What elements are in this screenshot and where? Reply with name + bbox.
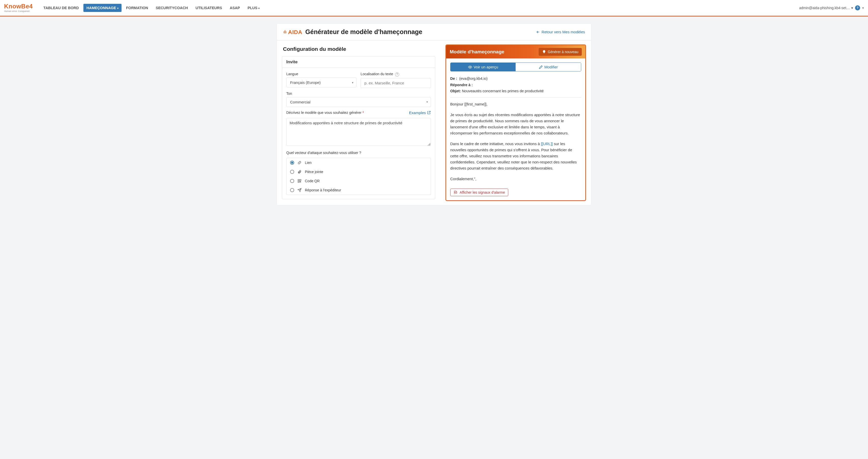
localization-input[interactable] xyxy=(361,78,431,88)
chevron-down-icon: ▾ xyxy=(862,6,864,10)
nav-phishing[interactable]: HAMEÇONNAGE▾ xyxy=(83,4,122,12)
attack-vector-list: Lien Pièce jointe xyxy=(286,158,431,195)
vector-label: Quel vecteur d'attaque souhaitez-vous ut… xyxy=(286,151,431,155)
chevron-down-icon: ▾ xyxy=(851,6,853,10)
examples-link[interactable]: Examples xyxy=(409,110,431,115)
link-icon xyxy=(297,161,302,165)
preview-headbar: Modèle d'hameçonnage Générer à nouveau xyxy=(446,45,585,59)
localization-label: Localisation du texte ? xyxy=(361,72,431,76)
vector-qr[interactable]: Code QR xyxy=(286,176,431,186)
eye-icon xyxy=(468,65,472,69)
divider xyxy=(450,97,581,98)
pencil-icon xyxy=(539,65,543,69)
tone-select[interactable]: Commercial xyxy=(286,97,431,107)
tab-preview[interactable]: Voir un aperçu xyxy=(451,63,516,71)
help-button[interactable]: ? xyxy=(855,5,860,10)
subject-label: Objet: xyxy=(450,89,461,93)
language-label: Langue xyxy=(286,72,356,76)
preview-card: Modèle d'hameçonnage Générer à nouveau V… xyxy=(445,44,586,201)
subject-value: Nouveautés concernant les primes de prod… xyxy=(462,89,544,93)
svg-rect-4 xyxy=(298,179,299,181)
radio-icon xyxy=(290,179,294,183)
lightbulb-icon xyxy=(542,50,546,54)
page-title: Générateur de modèle d'hameçonnage xyxy=(305,28,422,36)
radio-icon xyxy=(290,170,294,174)
svg-rect-5 xyxy=(300,179,301,181)
vector-label-text: Réponse à l'expéditeur xyxy=(305,188,341,192)
svg-point-7 xyxy=(470,67,471,68)
nav-dashboard[interactable]: TABLEAU DE BORD xyxy=(40,4,82,12)
language-select[interactable]: Français (Europe) xyxy=(286,77,356,88)
info-icon[interactable]: ? xyxy=(395,72,399,76)
email-body: Bonjour [[first_name]], Je vous écris au… xyxy=(450,101,581,182)
nav-items: TABLEAU DE BORD HAMEÇONNAGE▾ FORMATION S… xyxy=(40,4,263,12)
paperclip-icon xyxy=(297,170,302,174)
describe-label: Décrivez le modèle que vous souhaitez gé… xyxy=(286,110,364,114)
page-header: AIDA Générateur de modèle d'hameçonnage … xyxy=(277,24,591,40)
tone-label: Ton xyxy=(286,92,431,96)
flag-icon xyxy=(454,190,458,194)
email-greeting: Bonjour [[first_name]], xyxy=(450,101,581,107)
logo-brand: KnowBe4 xyxy=(4,3,33,9)
nav-asap[interactable]: ASAP xyxy=(226,4,243,12)
external-link-icon xyxy=(427,110,431,114)
resize-handle[interactable] xyxy=(427,143,430,146)
show-red-flags-button[interactable]: Afficher les signaux d'alarme xyxy=(450,189,508,196)
preview-tabs: Voir un aperçu Modifier xyxy=(450,63,581,71)
tab-edit[interactable]: Modifier xyxy=(516,63,581,71)
vector-attachment[interactable]: Pièce jointe xyxy=(286,167,431,176)
nav-users[interactable]: UTILISATEURS xyxy=(192,4,225,12)
return-link[interactable]: Retour vers Mes modèles xyxy=(536,30,585,34)
invite-panel: Invite Langue Français (Europe) ▾ xyxy=(282,56,435,199)
vector-link[interactable]: Lien xyxy=(286,158,431,167)
from-value: (eva@org.kb4.io) xyxy=(459,76,487,80)
regenerate-button[interactable]: Générer à nouveau xyxy=(539,48,582,56)
nav-more[interactable]: PLUS▾ xyxy=(245,4,263,12)
svg-point-3 xyxy=(285,30,285,31)
vector-label-text: Lien xyxy=(305,161,311,165)
divider xyxy=(0,16,868,17)
top-nav: KnowBe4 Human error. Conquered. TABLEAU … xyxy=(0,0,868,16)
vector-reply[interactable]: Réponse à l'expéditeur xyxy=(286,186,431,195)
email-p1: Je vous écris au sujet des récentes modi… xyxy=(450,112,581,136)
invite-panel-title: Invite xyxy=(282,57,435,68)
email-meta: De : (eva@org.kb4.io) Répondre à : Objet… xyxy=(450,75,581,94)
chevron-down-icon: ▾ xyxy=(117,7,119,10)
preview-title: Modèle d'hameçonnage xyxy=(450,49,504,55)
arrow-left-icon xyxy=(536,30,540,34)
logo[interactable]: KnowBe4 Human error. Conquered. xyxy=(4,3,33,12)
radio-icon xyxy=(290,161,294,165)
describe-textarea[interactable] xyxy=(286,118,431,146)
vector-label-text: Code QR xyxy=(305,179,319,183)
vector-label-text: Pièce jointe xyxy=(305,170,323,174)
logo-tagline: Human error. Conquered. xyxy=(4,10,30,12)
aida-logo: AIDA xyxy=(283,29,302,36)
qr-icon xyxy=(297,179,302,183)
email-closing: Cordialement,", xyxy=(450,176,581,182)
send-icon xyxy=(297,188,302,192)
nav-training[interactable]: FORMATION xyxy=(123,4,151,12)
phishing-url-placeholder[interactable]: [[URL]] xyxy=(541,141,553,146)
chevron-down-icon: ▾ xyxy=(258,7,259,10)
nav-right: admin@aida-phishing.kb4-set.... ▾ ? ▾ xyxy=(799,5,864,10)
radio-icon xyxy=(290,188,294,192)
email-p2: Dans le cadre de cette initiative, nous … xyxy=(450,141,581,171)
svg-rect-6 xyxy=(298,181,299,183)
nav-securitycoach[interactable]: SECURITYCOACH xyxy=(153,4,191,12)
config-title: Configuration du modèle xyxy=(283,46,434,52)
user-menu[interactable]: admin@aida-phishing.kb4-set.... ▾ xyxy=(799,6,853,10)
from-label: De : xyxy=(450,76,457,80)
reply-label: Répondre à : xyxy=(450,83,473,87)
